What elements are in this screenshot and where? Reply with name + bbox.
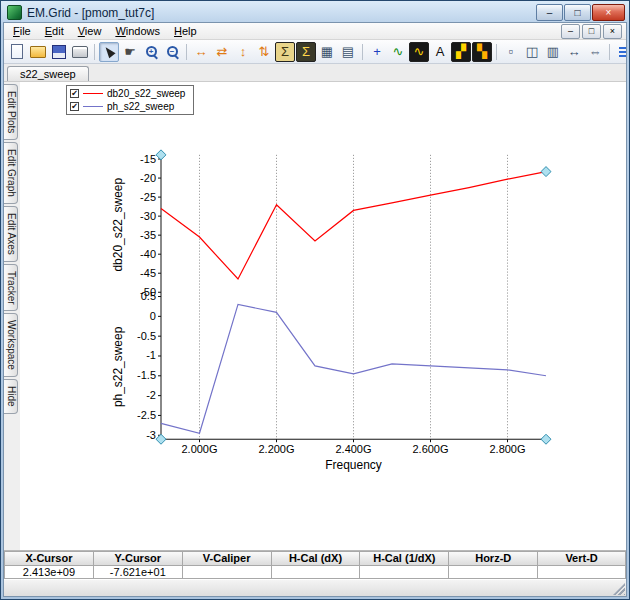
sum-alt-button[interactable]: Σ bbox=[296, 42, 316, 62]
svg-text:ph_s22_sweep: ph_s22_sweep bbox=[111, 326, 125, 407]
axis-handle-icon[interactable] bbox=[156, 150, 166, 160]
save-button[interactable] bbox=[49, 42, 69, 62]
grid-toggle-button[interactable]: ▦ bbox=[317, 42, 337, 62]
pan-tool-button[interactable]: ☛ bbox=[120, 42, 140, 62]
zoom-in-button[interactable]: + bbox=[141, 42, 161, 62]
cursor-value: 2.413e+09 bbox=[4, 566, 93, 580]
legend-item: ✔db20_s22_sweep bbox=[70, 88, 185, 99]
new-document-button[interactable] bbox=[7, 42, 27, 62]
maximize-button[interactable]: □ bbox=[564, 4, 591, 21]
svg-text:0.5: 0.5 bbox=[141, 290, 156, 302]
cursor-value bbox=[359, 566, 448, 580]
scroll-x-button[interactable]: ⇄ bbox=[212, 42, 232, 62]
toolbar-separator bbox=[362, 44, 363, 60]
trace-ph_s22_sweep[interactable] bbox=[161, 304, 546, 433]
svg-text:-30: -30 bbox=[140, 210, 156, 222]
window-controls: –□× bbox=[536, 4, 625, 21]
open-file-button[interactable] bbox=[28, 42, 48, 62]
cursor-header: Y-Cursor bbox=[93, 551, 182, 566]
legend-box: ✔db20_s22_sweep✔ph_s22_sweep bbox=[66, 85, 194, 115]
svg-text:0: 0 bbox=[150, 310, 156, 322]
tab-bar: s22_sweep bbox=[4, 64, 626, 82]
resize-grip-icon[interactable] bbox=[613, 583, 625, 595]
print-button[interactable] bbox=[70, 42, 90, 62]
svg-text:-1: -1 bbox=[146, 349, 156, 361]
fit-width-alt-button[interactable]: ⇔ bbox=[585, 42, 605, 62]
cursor-col-y-cursor: Y-Cursor-7.621e+01 bbox=[93, 551, 182, 579]
cursor-value bbox=[537, 566, 626, 580]
legend-checkbox[interactable]: ✔ bbox=[70, 102, 79, 111]
side-tab-edit-graph[interactable]: Edit Graph bbox=[4, 142, 18, 204]
mdi-close-button[interactable]: × bbox=[603, 24, 622, 39]
menu-file[interactable]: File bbox=[6, 24, 38, 38]
svg-text:2.400G: 2.400G bbox=[335, 443, 371, 455]
main-area: Edit PlotsEdit GraphEdit AxesTrackerWork… bbox=[4, 82, 626, 550]
svg-text:-0.5: -0.5 bbox=[137, 330, 156, 342]
plot-style-alt-button[interactable]: ▚ bbox=[472, 42, 492, 62]
title-bar: EM.Grid - [pmom_tut7c] –□× bbox=[3, 3, 627, 22]
slider-tool-button[interactable]: ▥ bbox=[543, 42, 563, 62]
svg-text:2.800G: 2.800G bbox=[489, 443, 525, 455]
legend-line-sample-icon bbox=[83, 106, 103, 107]
cursor-value bbox=[448, 566, 537, 580]
app-icon bbox=[7, 5, 22, 20]
menu-help[interactable]: Help bbox=[167, 24, 204, 38]
menu-edit[interactable]: Edit bbox=[38, 24, 71, 38]
side-tab-workspace[interactable]: Workspace bbox=[4, 313, 18, 377]
axis-handle-icon[interactable] bbox=[541, 434, 551, 444]
fit-width-button[interactable]: ↔ bbox=[564, 42, 584, 62]
svg-text:2.200G: 2.200G bbox=[258, 443, 294, 455]
status-bar bbox=[4, 579, 626, 596]
svg-text:-20: -20 bbox=[140, 172, 156, 184]
zoom-out-button[interactable]: − bbox=[162, 42, 182, 62]
menu-bar: FileEditViewWindowsHelp –□× bbox=[4, 23, 626, 40]
layout-button[interactable]: Layout bbox=[614, 42, 626, 62]
cursor-readout-table: X-Cursor2.413e+09Y-Cursor-7.621e+01V-Cal… bbox=[4, 550, 626, 579]
svg-text:-2: -2 bbox=[146, 389, 156, 401]
cursor-header: Horz-D bbox=[448, 551, 537, 566]
sum-traces-button[interactable]: Σ bbox=[275, 42, 295, 62]
cursor-header: V-Caliper bbox=[182, 551, 271, 566]
legend-checkbox[interactable]: ✔ bbox=[70, 89, 79, 98]
trace-wave-dark-button[interactable]: ∿ bbox=[409, 42, 429, 62]
pointer-tool-button[interactable] bbox=[99, 42, 119, 62]
add-marker-button[interactable]: + bbox=[367, 42, 387, 62]
cursor-col-h-cal-1-dx-: H-Cal (1/dX) bbox=[359, 551, 448, 579]
plot-canvas[interactable]: 2.000G2.200G2.400G2.600G2.800GFrequency-… bbox=[20, 82, 626, 550]
mdi-window-controls: –□× bbox=[561, 24, 624, 39]
mdi-minimize-button[interactable]: – bbox=[561, 24, 580, 39]
toggle-option-b-button[interactable]: ◫ bbox=[522, 42, 542, 62]
full-scale-x-button[interactable]: ↔ bbox=[191, 42, 211, 62]
toolbar-separator bbox=[186, 44, 187, 60]
cursor-col-vert-d: Vert-D bbox=[537, 551, 626, 579]
plot-style-button[interactable]: ▞ bbox=[451, 42, 471, 62]
side-tab-hide[interactable]: Hide bbox=[4, 379, 18, 414]
full-scale-y-button[interactable]: ↕ bbox=[233, 42, 253, 62]
side-tab-edit-axes[interactable]: Edit Axes bbox=[4, 206, 18, 262]
trace-wave-button[interactable]: ∿ bbox=[388, 42, 408, 62]
client-area: FileEditViewWindowsHelp –□× ☛+−↔⇄↕⇅ΣΣ▦▤+… bbox=[3, 22, 627, 597]
menu-windows[interactable]: Windows bbox=[108, 24, 167, 38]
cursor-col-x-cursor: X-Cursor2.413e+09 bbox=[4, 551, 93, 579]
cursor-value bbox=[182, 566, 271, 580]
mdi-restore-button[interactable]: □ bbox=[582, 24, 601, 39]
toggle-option-a-button[interactable]: ▫ bbox=[501, 42, 521, 62]
scroll-y-button[interactable]: ⇅ bbox=[254, 42, 274, 62]
text-label-button[interactable]: A bbox=[430, 42, 450, 62]
svg-text:-35: -35 bbox=[140, 229, 156, 241]
menu-view[interactable]: View bbox=[71, 24, 109, 38]
grid-lines bbox=[158, 155, 546, 442]
side-tab-edit-plots[interactable]: Edit Plots bbox=[4, 84, 18, 140]
tab-s22-sweep[interactable]: s22_sweep bbox=[7, 66, 89, 81]
legend-item: ✔ph_s22_sweep bbox=[70, 101, 185, 112]
axis-handle-icon[interactable] bbox=[156, 434, 166, 444]
close-button[interactable]: × bbox=[592, 4, 625, 21]
toolbar-separator bbox=[94, 44, 95, 60]
svg-text:-15: -15 bbox=[140, 153, 156, 165]
cursor-header: X-Cursor bbox=[4, 551, 93, 566]
minimize-button[interactable]: – bbox=[536, 4, 563, 21]
data-table-button[interactable]: ▤ bbox=[338, 42, 358, 62]
axis-handle-icon[interactable] bbox=[541, 167, 551, 177]
svg-text:2.000G: 2.000G bbox=[181, 443, 217, 455]
side-tab-tracker[interactable]: Tracker bbox=[4, 264, 18, 312]
